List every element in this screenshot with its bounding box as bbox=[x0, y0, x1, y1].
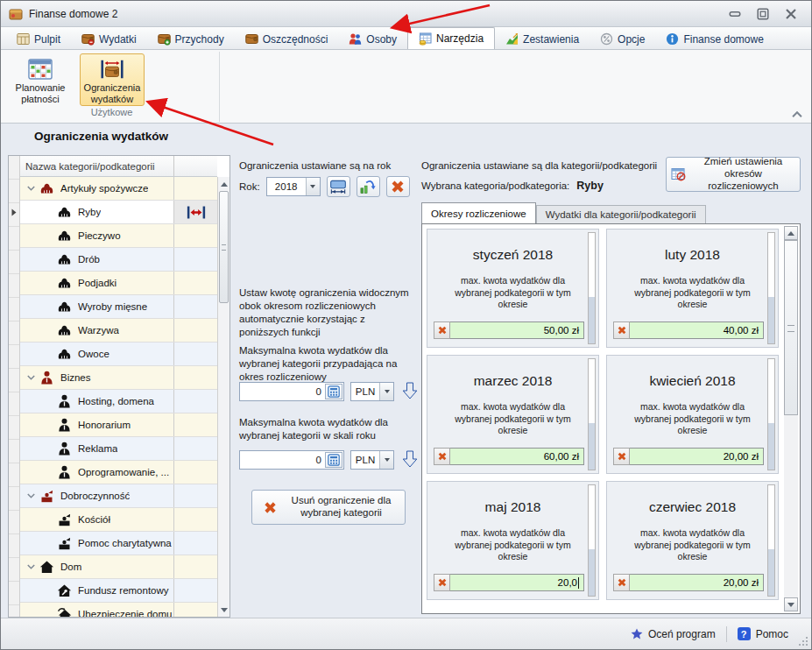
tree-row[interactable]: Dom bbox=[20, 555, 217, 579]
close-button[interactable] bbox=[784, 8, 798, 20]
calculator-button[interactable] bbox=[325, 384, 342, 399]
apply-limits-button[interactable] bbox=[357, 176, 380, 197]
ribbon-collapse-icon[interactable] bbox=[792, 110, 802, 118]
tree-body: Artykuły spożywczeRybyPieczywoDróbPodjad… bbox=[20, 177, 217, 617]
tab-wydatki[interactable]: Wydatki bbox=[71, 29, 147, 49]
scroll-up-icon[interactable] bbox=[784, 226, 798, 240]
tab-finanse-domowe[interactable]: Finanse domowe bbox=[655, 29, 773, 49]
chevron-down-icon[interactable] bbox=[379, 451, 393, 469]
cards-scrollbar[interactable] bbox=[784, 226, 798, 611]
tab-pulpit[interactable]: Pulpit bbox=[6, 29, 71, 49]
tree-row[interactable]: Podjadki bbox=[20, 272, 217, 295]
calculator-button[interactable] bbox=[325, 452, 342, 468]
tree-row[interactable]: Pieczywo bbox=[20, 224, 217, 248]
limit-amount-input[interactable]: 20,00 zł bbox=[630, 448, 764, 465]
tab-narzedzia[interactable]: Narzędzia bbox=[407, 27, 495, 49]
card-scrollbar[interactable] bbox=[588, 232, 596, 344]
tree-row[interactable]: Warzywa bbox=[20, 319, 217, 343]
remove-limit-button[interactable]: Usuń ograniczenie dla wybranej kategorii bbox=[251, 490, 406, 525]
tab-label: Zestawienia bbox=[523, 33, 579, 46]
tree-row[interactable]: Pomoc charytatywna bbox=[20, 532, 217, 555]
card-scrollbar[interactable] bbox=[588, 484, 596, 597]
tree-row[interactable]: Kościół bbox=[20, 508, 217, 532]
scroll-up-icon[interactable] bbox=[219, 179, 229, 189]
per-period-amount-input[interactable]: 0 bbox=[239, 382, 344, 401]
tree-row[interactable]: Dobroczynność bbox=[20, 484, 217, 508]
set-period-width-button[interactable] bbox=[327, 176, 350, 197]
limit-amount-input[interactable]: 20,0 bbox=[450, 574, 584, 591]
maximize-button[interactable] bbox=[756, 8, 770, 20]
amount-value: 0 bbox=[240, 454, 325, 467]
bread-icon bbox=[57, 229, 72, 243]
tree-row[interactable]: Fundusz remontowy bbox=[20, 579, 217, 603]
limit-amount-value: 20,00 zł bbox=[724, 451, 759, 462]
tree-row[interactable]: Reklama bbox=[20, 437, 217, 461]
tree-scroll-thumb[interactable] bbox=[219, 191, 229, 303]
chevron-down-icon[interactable] bbox=[306, 178, 320, 195]
expander-icon[interactable] bbox=[27, 564, 35, 569]
wallet-limit-icon bbox=[99, 58, 125, 81]
limit-amount-input[interactable]: 60,00 zł bbox=[450, 448, 584, 465]
limit-amount-input[interactable]: 50,00 zł bbox=[450, 321, 584, 339]
bread-icon bbox=[57, 205, 72, 219]
card-scrollbar[interactable] bbox=[767, 232, 775, 344]
clear-limit-button[interactable] bbox=[434, 574, 450, 591]
tree-row[interactable]: Honorarium bbox=[20, 413, 217, 437]
donation-icon bbox=[57, 536, 72, 550]
limit-amount-input[interactable]: 20,00 zł bbox=[630, 574, 764, 591]
cards-scroll-thumb[interactable] bbox=[784, 240, 798, 415]
tree-indicator-column-header[interactable] bbox=[173, 156, 217, 176]
clear-limit-button[interactable] bbox=[613, 574, 630, 591]
tree-scrollbar[interactable] bbox=[217, 177, 229, 617]
bread-icon bbox=[39, 181, 54, 195]
tab-osoby[interactable]: Osoby bbox=[338, 29, 407, 49]
expander-icon[interactable] bbox=[27, 375, 35, 380]
resize-grip[interactable] bbox=[798, 636, 808, 646]
tab-okresy-rozliczeniowe[interactable]: Okresy rozliczeniowe bbox=[421, 202, 536, 223]
per-period-currency-select[interactable]: PLN bbox=[350, 382, 394, 401]
card-scrollbar[interactable] bbox=[767, 484, 775, 597]
tab-wydatki-kategorii[interactable]: Wydatki dla kategorii/podkategorii bbox=[536, 205, 706, 223]
year-select[interactable]: 2018 bbox=[266, 177, 321, 196]
red-x-icon bbox=[617, 451, 627, 462]
minimize-button[interactable] bbox=[728, 8, 742, 20]
change-periods-button[interactable]: Zmień ustawienia okresów rozliczeniowych bbox=[666, 157, 801, 192]
tree-row[interactable]: Artykuły spożywcze bbox=[20, 177, 217, 201]
apply-per-period-button[interactable] bbox=[400, 381, 420, 402]
tree-row[interactable]: Ryby bbox=[20, 201, 217, 224]
clear-limit-button[interactable] bbox=[434, 448, 450, 465]
tab-opcje[interactable]: Opcje bbox=[590, 29, 655, 49]
tree-row[interactable]: Wyroby mięsne bbox=[20, 295, 217, 319]
per-year-currency-select[interactable]: PLN bbox=[350, 450, 394, 470]
clear-limit-button[interactable] bbox=[613, 448, 630, 465]
tree-row[interactable]: Biznes bbox=[20, 366, 217, 390]
card-scrollbar[interactable] bbox=[767, 358, 775, 470]
help-link[interactable]: ? Pomoc bbox=[738, 627, 788, 640]
clear-limit-button[interactable] bbox=[434, 321, 450, 339]
apply-per-year-button[interactable] bbox=[400, 449, 420, 470]
limit-indicator-cell bbox=[173, 461, 217, 484]
tree-column-header[interactable]: Nazwa kategorii/podkategorii bbox=[20, 156, 173, 176]
tree-row[interactable]: Drób bbox=[20, 248, 217, 272]
expander-icon[interactable] bbox=[27, 186, 35, 191]
expander-icon[interactable] bbox=[27, 493, 35, 498]
rate-program-link[interactable]: Oceń program bbox=[631, 628, 716, 640]
chevron-down-icon[interactable] bbox=[379, 383, 393, 400]
tab-zestawienia[interactable]: Zestawienia bbox=[495, 29, 590, 49]
scroll-down-icon[interactable] bbox=[784, 597, 798, 611]
clear-limit-button[interactable] bbox=[613, 321, 630, 339]
card-scrollbar[interactable] bbox=[588, 358, 596, 470]
tab-przychody[interactable]: Przychody bbox=[147, 29, 235, 49]
tab-oszczednosci[interactable]: Oszczędności bbox=[235, 29, 339, 49]
per-year-amount-input[interactable]: 0 bbox=[239, 450, 344, 470]
limit-amount-input[interactable]: 40,00 zł bbox=[630, 321, 764, 339]
spending-limits-button[interactable]: Ograniczenia wydatków bbox=[80, 53, 145, 106]
payment-planning-button[interactable]: Planowanie płatności bbox=[8, 53, 73, 106]
tree-row[interactable]: Owoce bbox=[20, 343, 217, 366]
tree-row[interactable]: Ubezpieczenie domu bbox=[20, 603, 217, 617]
tree-row[interactable]: Oprogramowanie, ... bbox=[20, 461, 217, 484]
limit-indicator-cell bbox=[173, 532, 217, 555]
scroll-down-icon[interactable] bbox=[219, 604, 229, 615]
tree-row[interactable]: Hosting, domena bbox=[20, 390, 217, 413]
clear-year-limits-button[interactable] bbox=[386, 176, 410, 197]
